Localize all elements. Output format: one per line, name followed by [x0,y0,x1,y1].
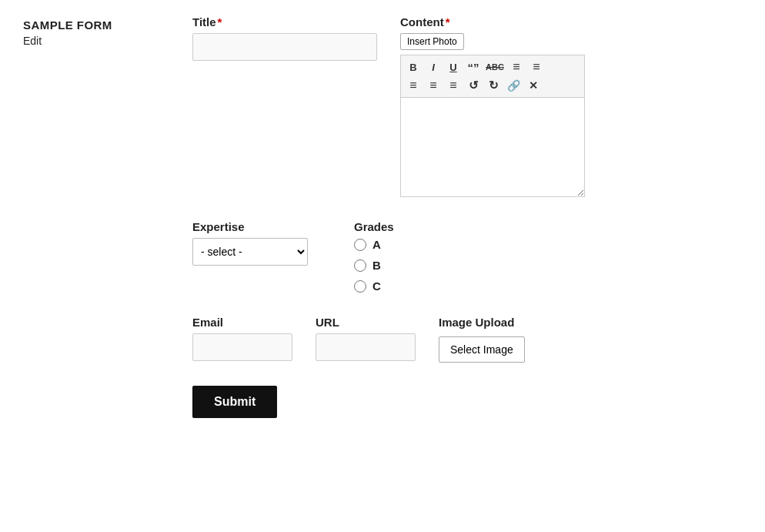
select-image-button[interactable]: Select Image [439,336,525,363]
sidebar: SAMPLE FORM Edit [23,15,177,418]
grade-radio-b[interactable] [354,259,366,272]
submit-button[interactable]: Submit [192,386,277,418]
content-editor-wrapper: Insert Photo B I U “” ABC ≡ ≡ ≡ [400,33,585,197]
expertise-group: Expertise - select - Option A Option B O… [192,220,308,293]
url-group: URL [316,316,416,361]
unordered-list-button[interactable]: ≡ [507,58,526,76]
strikethrough-button[interactable]: ABC [484,58,506,76]
content-group: Content* Insert Photo B I U “” ABC ≡ ≡ [400,15,585,197]
align-center-button[interactable]: ≡ [424,76,443,95]
image-upload-group: Image Upload Select Image [439,316,525,363]
editor-toolbar: B I U “” ABC ≡ ≡ ≡ ≡ ≡ ↺ [400,55,585,97]
undo-button[interactable]: ↺ [464,76,483,95]
clear-format-button[interactable]: ✕ [524,76,543,95]
sidebar-edit-link[interactable]: Edit [23,35,177,47]
email-group: Email [192,316,292,361]
redo-button[interactable]: ↻ [484,76,503,95]
grade-radio-c[interactable] [354,280,366,293]
url-label: URL [316,316,416,329]
grade-label-c: C [372,279,381,293]
title-input[interactable] [192,33,377,61]
grade-radio-a[interactable] [354,239,366,251]
email-label: Email [192,316,292,329]
title-content-row: Title* Content* Insert Photo B I U [192,15,742,197]
grade-option-a[interactable]: A [354,238,394,251]
link-button[interactable]: 🔗 [504,76,523,95]
grade-option-b[interactable]: B [354,259,394,272]
grades-label: Grades [354,220,394,233]
expertise-label: Expertise [192,220,308,233]
grades-options: A B C [354,238,394,293]
form-area: Title* Content* Insert Photo B I U [177,15,742,418]
submit-row: Submit [192,378,742,418]
title-group: Title* [192,15,377,61]
insert-photo-button[interactable]: Insert Photo [400,33,464,50]
form-title: SAMPLE FORM [23,18,177,32]
ordered-list-button[interactable]: ≡ [527,58,546,76]
align-right-button[interactable]: ≡ [444,76,463,95]
email-input[interactable] [192,333,292,361]
grade-label-b: B [372,259,381,272]
bold-button[interactable]: B [404,58,423,76]
content-label: Content* [400,15,585,28]
title-label: Title* [192,15,377,28]
grade-label-a: A [372,238,381,251]
image-upload-label: Image Upload [439,316,525,329]
grades-group: Grades A B C [354,220,394,293]
italic-button[interactable]: I [424,58,443,76]
expertise-select[interactable]: - select - Option A Option B Option C [192,238,308,266]
toolbar-row-1: B I U “” ABC ≡ ≡ [404,58,581,76]
email-url-image-row: Email URL Image Upload Select Image [192,316,742,363]
url-input[interactable] [316,333,416,361]
content-editor-body[interactable] [400,97,585,197]
quote-button[interactable]: “” [464,58,483,76]
underline-button[interactable]: U [444,58,463,76]
grade-option-c[interactable]: C [354,279,394,293]
toolbar-row-2: ≡ ≡ ≡ ↺ ↻ 🔗 ✕ [404,76,581,95]
expertise-grades-row: Expertise - select - Option A Option B O… [192,220,742,293]
align-left-button[interactable]: ≡ [404,76,423,95]
